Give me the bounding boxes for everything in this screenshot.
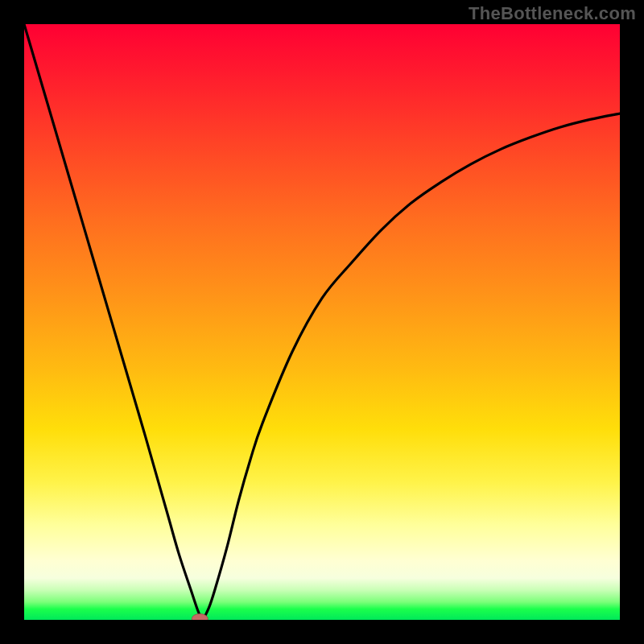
plot-area (24, 24, 620, 620)
bottleneck-curve (24, 24, 620, 619)
chart-frame: TheBottleneck.com (0, 0, 644, 644)
watermark-text: TheBottleneck.com (469, 3, 636, 24)
curve-svg (24, 24, 620, 620)
